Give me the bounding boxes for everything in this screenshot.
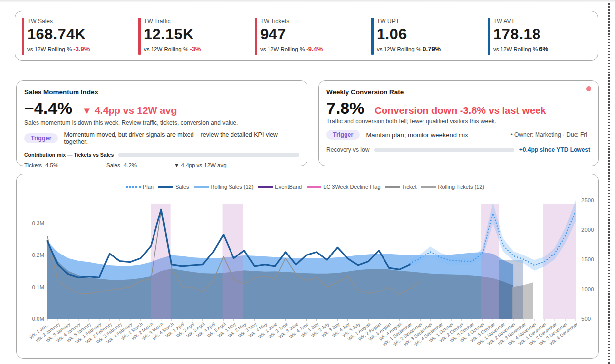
conversion-value: 7.8% [326,99,365,118]
kpi-subtitle: vs 12W Rolling % -3.9% [27,45,128,53]
card-title: Weekly Conversion Rate [326,88,590,96]
card-title: Sales Momentum Index [24,88,299,96]
kpi-accent-bar [488,18,490,55]
kpi-sub-prefix: vs 12W Rolling % [27,46,73,52]
kpi-subtitle: vs 12W Rolling % 6% [493,45,594,53]
y-axis-right-tick: 2000 [581,227,594,233]
recovery-bar [374,148,514,152]
recovery-label: Recovery vs low [326,146,369,153]
page-boundary-dashed [608,3,610,364]
momentum-chart[interactable]: 0.0M0.1M0.2M0.3M5001000150020002500Wk. 1… [17,174,598,358]
contribution-mix-label: Contribution mix — Tickets vs Sales [24,152,114,158]
kpi-accent-bar [138,18,141,55]
kpi-delta: -3% [190,45,201,53]
kpi-value: 178.18 [493,26,594,43]
kpi-subtitle: vs 12W Rolling % -9.4% [260,45,361,53]
kpi-sub-prefix: vs 12W Rolling % [377,46,423,52]
trigger-badge: Trigger [326,130,360,140]
foot-tickets: Tickets -4.5% [24,162,106,168]
kpi-delta: 0.79% [423,45,441,53]
kpi-tw-tickets: TW Tickets 947 vs 12W Rolling % -9.4% [248,11,365,60]
kpi-value: 12.15K [144,26,244,43]
kpi-tw-traffic: TW Traffic 12.15K vs 12W Rolling % -3% [132,11,248,60]
kpi-delta: 6% [539,45,548,53]
kpi-strip-card: TW Sales 168.74K vs 12W Rolling % -3.9% … [15,11,598,61]
event-band [499,260,523,319]
conversion-delta: Conversion down -3.8% vs last week [375,105,546,116]
alert-dot [586,86,591,91]
kpi-label: TW Tickets [260,18,361,25]
trigger-text: Maintain plan; monitor weekend mix [366,131,468,139]
kpi-label: TW UPT [377,18,477,25]
kpi-tw-avt: TW AVT 178.18 vs 12W Rolling % 6% [481,11,598,60]
y-axis-left-tick: 0.0M [32,316,44,322]
sales-momentum-card: Sales Momentum Index −4.4% ▼ 4.4pp vs 12… [16,80,308,166]
y-axis-left-tick: 0.2M [32,252,44,258]
recovery-note: +0.4pp since YTD Lowest [519,146,590,153]
y-axis-right-tick: 1500 [581,256,594,262]
kpi-value: 1.06 [377,26,477,43]
kpi-tw-sales: TW Sales 168.74K vs 12W Rolling % -3.9% [15,11,132,60]
y-axis-left-tick: 0.1M [32,284,44,290]
owner-due-text: • Owner: Marketing · Due: Fri [510,131,590,138]
trigger-badge: Trigger [24,133,58,143]
kpi-sub-prefix: vs 12W Rolling % [144,46,190,52]
kpi-sub-prefix: vs 12W Rolling % [260,46,306,52]
kpi-value: 168.74K [27,26,128,43]
kpi-accent-bar [371,18,374,55]
kpi-label: TW Sales [27,18,128,25]
trigger-text: Momentum moved, but driver signals are m… [64,131,299,145]
momentum-description: Sales momentum is down this week. Review… [24,119,299,126]
kpi-label: TW Traffic [144,18,244,25]
kpi-label: TW AVT [493,18,594,25]
kpi-subtitle: vs 12W Rolling % -3% [144,45,244,53]
kpi-accent-bar [255,18,257,55]
momentum-value: −4.4% [24,99,72,118]
foot-sales: Sales -4.2% [106,162,174,168]
momentum-chart-card: PlanSalesRolling Sales (12)EventBandLC 3… [16,174,599,359]
kpi-value: 947 [260,26,361,43]
y-axis-right-tick: 500 [581,316,591,322]
foot-delta: ▼ 4.4pp vs 12W avg [174,162,227,168]
kpi-accent-bar [22,18,24,55]
kpi-delta: -3.9% [73,45,90,53]
kpi-delta: -9.4% [306,45,323,53]
contribution-mix-bar [118,153,299,157]
y-axis-right-tick: 2500 [581,197,594,203]
kpi-sub-prefix: vs 12W Rolling % [493,46,539,52]
y-axis-right-tick: 1000 [581,286,594,292]
kpi-tw-upt: TW UPT 1.06 vs 12W Rolling % 0.79% [365,11,481,60]
y-axis-left-tick: 0.3M [32,220,44,226]
weekly-conversion-card: Weekly Conversion Rate 7.8% Conversion d… [318,80,599,166]
conversion-description: Traffic and conversion both fell; fewer … [326,118,590,125]
kpi-subtitle: vs 12W Rolling % 0.79% [377,45,477,53]
window-top-edge [0,0,615,2]
momentum-delta: ▼ 4.4pp vs 12W avg [82,105,177,116]
